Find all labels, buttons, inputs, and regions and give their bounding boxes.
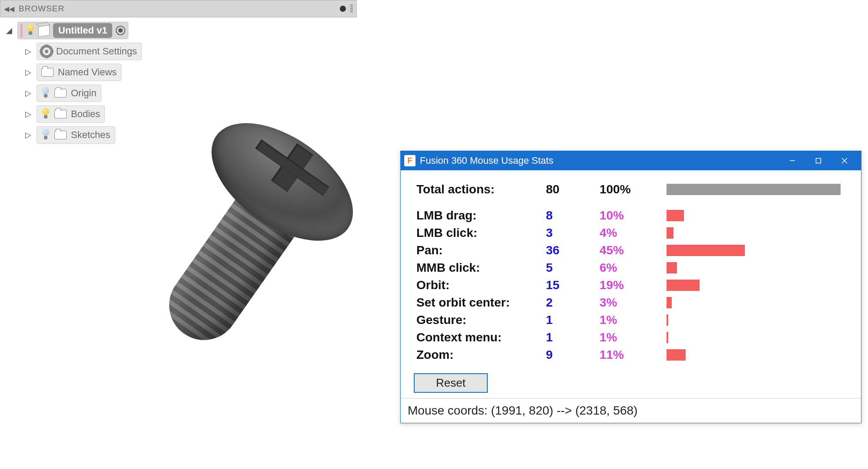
- row-label: Gesture:: [414, 311, 543, 329]
- total-bar: [667, 184, 841, 195]
- row-bar: [667, 349, 686, 361]
- stats-dialog: F Fusion 360 Mouse Usage Stats Total act…: [400, 151, 861, 423]
- tree-item-label: Document Settings: [56, 46, 137, 57]
- browser-header: ◀◀ BROWSER: [0, 0, 357, 17]
- svg-rect-1: [816, 159, 821, 163]
- row-count: 15: [543, 277, 597, 294]
- row-pct: 1%: [597, 311, 664, 329]
- tree-item-bodies[interactable]: Bodies: [37, 105, 105, 123]
- component-cube-icon: [38, 24, 50, 37]
- stats-row: Context menu: 1 1%: [414, 329, 848, 346]
- folder-icon: [41, 68, 54, 77]
- active-component-icon[interactable]: [116, 26, 125, 35]
- reset-button[interactable]: Reset: [414, 373, 488, 393]
- expand-icon[interactable]: ▷: [25, 130, 34, 140]
- gear-icon: [41, 46, 52, 57]
- row-pct: 11%: [597, 346, 664, 364]
- tree-item[interactable]: ▷ Bodies: [0, 104, 357, 125]
- row-bar: [667, 245, 745, 256]
- visibility-bulb-icon[interactable]: [41, 108, 50, 120]
- close-button[interactable]: [831, 151, 858, 170]
- minimize-icon: [789, 158, 795, 164]
- browser-grip-icon[interactable]: [350, 4, 353, 13]
- folder-icon: [54, 131, 67, 139]
- row-count: 5: [543, 259, 597, 277]
- tree-item-named-views[interactable]: Named Views: [37, 64, 121, 81]
- expand-icon[interactable]: ▷: [25, 67, 34, 77]
- browser-collapse-icon[interactable]: ◀◀: [4, 5, 14, 13]
- tree-item[interactable]: ▷ Document Settings: [0, 41, 357, 62]
- stats-row: Zoom: 9 11%: [414, 346, 848, 364]
- row-label: Set orbit center:: [414, 294, 543, 311]
- total-count: 80: [543, 181, 597, 198]
- row-label: Context menu:: [414, 329, 543, 346]
- tree-item-document-settings[interactable]: Document Settings: [37, 43, 142, 60]
- row-pct: 10%: [597, 207, 664, 224]
- row-bar: [667, 262, 677, 273]
- row-pct: 45%: [597, 242, 664, 259]
- stats-row: Gesture: 1 1%: [414, 311, 848, 329]
- tree-item-label: Bodies: [71, 108, 100, 120]
- row-count: 3: [543, 224, 597, 242]
- row-count: 9: [543, 346, 597, 364]
- row-pct: 4%: [597, 224, 664, 242]
- tree-item-label: Origin: [71, 88, 97, 99]
- root-marker-icon: [20, 24, 23, 37]
- browser-tree: ◢ Untitled v1 ▷ Document Settings ▷ Name…: [0, 17, 357, 145]
- total-label: Total actions:: [414, 181, 543, 198]
- expand-icon[interactable]: ▷: [25, 109, 34, 119]
- row-count: 8: [543, 207, 597, 224]
- stats-row: LMB click: 3 4%: [414, 224, 848, 242]
- browser-pin-icon[interactable]: [340, 6, 346, 12]
- row-bar: [667, 210, 684, 221]
- expand-icon[interactable]: ◢: [6, 26, 15, 35]
- stats-footer: Mouse coords: (1991, 820) --> (2318, 568…: [401, 398, 861, 423]
- maximize-button[interactable]: [805, 151, 831, 170]
- row-label: MMB click:: [414, 259, 543, 277]
- row-count: 2: [543, 294, 597, 311]
- row-pct: 3%: [597, 294, 664, 311]
- row-pct: 19%: [597, 277, 664, 294]
- folder-icon: [54, 89, 67, 98]
- stats-row: Pan: 36 45%: [414, 242, 848, 259]
- browser-panel: ◀◀ BROWSER ◢ Untitled v1 ▷ Document Sett…: [0, 0, 357, 145]
- row-label: LMB click:: [414, 224, 543, 242]
- tree-item-label: Named Views: [58, 67, 117, 78]
- row-bar: [667, 314, 668, 326]
- visibility-bulb-icon[interactable]: [41, 87, 50, 99]
- row-pct: 1%: [597, 329, 664, 346]
- stats-row: MMB click: 5 6%: [414, 259, 848, 277]
- tree-item[interactable]: ▷ Origin: [0, 83, 357, 104]
- tree-item-origin[interactable]: Origin: [37, 84, 101, 102]
- maximize-icon: [815, 158, 821, 164]
- row-bar: [667, 332, 668, 343]
- row-count: 1: [543, 311, 597, 329]
- stats-total-row: Total actions: 80 100%: [414, 181, 848, 198]
- row-pct: 6%: [597, 259, 664, 277]
- stats-body: Total actions: 80 100% LMB drag: 8 10% L…: [401, 170, 861, 398]
- row-count: 1: [543, 329, 597, 346]
- dialog-titlebar[interactable]: F Fusion 360 Mouse Usage Stats: [401, 151, 861, 170]
- tree-item-label: Sketches: [71, 129, 111, 141]
- row-bar: [667, 297, 672, 308]
- expand-icon[interactable]: ▷: [25, 88, 34, 98]
- folder-icon: [54, 110, 67, 118]
- row-count: 36: [543, 242, 597, 259]
- row-label: LMB drag:: [414, 207, 543, 224]
- visibility-bulb-icon[interactable]: [26, 24, 35, 37]
- dialog-title: Fusion 360 Mouse Usage Stats: [420, 155, 779, 166]
- tree-root-row[interactable]: ◢ Untitled v1: [0, 20, 357, 41]
- stats-row: Set orbit center: 2 3%: [414, 294, 848, 311]
- tree-item[interactable]: ▷ Sketches: [0, 125, 357, 145]
- expand-icon[interactable]: ▷: [25, 47, 34, 56]
- tree-item-sketches[interactable]: Sketches: [37, 126, 115, 144]
- stats-row: LMB drag: 8 10%: [414, 207, 848, 224]
- root-component[interactable]: Untitled v1: [17, 22, 128, 39]
- total-pct: 100%: [597, 181, 664, 198]
- row-bar: [667, 227, 674, 239]
- visibility-bulb-icon[interactable]: [41, 129, 50, 141]
- row-bar: [667, 280, 700, 291]
- minimize-button[interactable]: [779, 151, 805, 170]
- tree-item[interactable]: ▷ Named Views: [0, 62, 357, 83]
- row-label: Pan:: [414, 242, 543, 259]
